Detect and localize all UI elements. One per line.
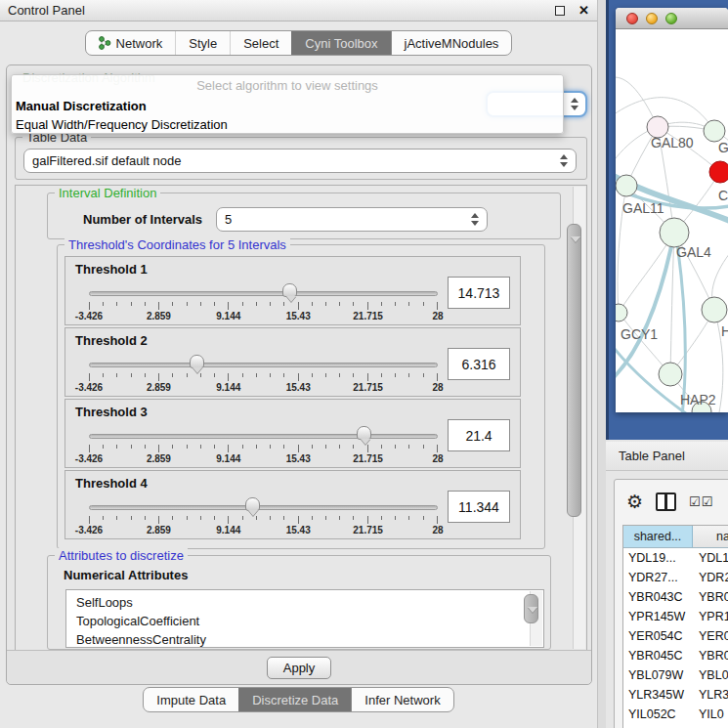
slider-thumb-icon[interactable] [357, 426, 371, 440]
network-node[interactable] [704, 120, 725, 142]
number-of-intervals-combobox[interactable]: 5 [216, 207, 488, 232]
slider-track[interactable] [89, 505, 438, 510]
cell-shared-name[interactable]: YDR27... [623, 568, 693, 587]
table-row[interactable]: YER054CYER0 [623, 626, 728, 646]
tick-mark [381, 302, 382, 306]
tick-mark [145, 373, 146, 377]
threshold-slider[interactable]: -3.4262.8599.14415.4321.71528 [89, 280, 438, 323]
network-node[interactable] [659, 363, 682, 386]
slider-track[interactable] [89, 434, 438, 439]
cell-name[interactable]: YIL0 [693, 705, 728, 724]
tick-mark [131, 302, 132, 306]
cell-shared-name[interactable]: YLR345W [623, 685, 693, 705]
cell-name[interactable]: YBR0 [693, 646, 728, 665]
cell-name[interactable]: YPR1 [693, 607, 728, 626]
cell-shared-name[interactable]: YER054C [623, 626, 693, 646]
network-edge-thick[interactable] [676, 236, 685, 412]
table-row[interactable]: YBR043CYBR0 [623, 587, 728, 607]
attributes-list-scrollbar[interactable] [530, 591, 542, 646]
gear-icon[interactable]: ⚙ [626, 492, 643, 511]
list-item[interactable]: SelfLoops [76, 593, 543, 612]
cell-name[interactable]: YDR2 [693, 568, 728, 587]
threshold-label: Threshold 4 [75, 476, 148, 491]
cell-shared-name[interactable]: YIL052C [623, 705, 693, 724]
tick-mark [270, 516, 271, 520]
table-row[interactable]: YPR145WYPR1 [623, 607, 728, 626]
tab-discretize-data[interactable]: Discretize Data [238, 688, 351, 711]
table-row[interactable]: YIL052CYIL0 [623, 705, 728, 724]
tab-impute-data[interactable]: Impute Data [144, 688, 238, 711]
zoom-traffic-light-icon[interactable] [665, 13, 677, 24]
cell-shared-name[interactable]: YPR145W [623, 607, 693, 626]
column-header-name[interactable]: na [693, 526, 728, 547]
tab-jactivemnodules[interactable]: jActiveMNodules [391, 31, 512, 55]
column-header-shared-name[interactable]: shared... [623, 526, 693, 547]
table-row[interactable]: YDL19...YDL1 [623, 548, 728, 568]
table-row[interactable]: YBR045CYBR0 [623, 646, 728, 665]
threshold-label: Threshold 2 [75, 333, 148, 348]
select-columns-icon[interactable]: ☑☑ [689, 494, 713, 509]
network-node[interactable] [660, 218, 689, 247]
cell-name[interactable]: YDL1 [693, 548, 728, 568]
slider-track[interactable] [89, 291, 438, 296]
tick-mark [131, 373, 132, 377]
tick-mark [158, 373, 159, 381]
scrollbar-thumb[interactable] [524, 594, 538, 623]
threshold-value-field[interactable]: 21.4 [448, 419, 510, 451]
cell-shared-name[interactable]: YDL19... [623, 548, 693, 568]
numerical-attributes-list[interactable]: SelfLoopsTopologicalCoefficientBetweenne… [65, 589, 544, 648]
threshold-slider[interactable]: -3.4262.8599.14415.4321.71528 [89, 423, 438, 466]
network-node[interactable] [709, 161, 728, 183]
slider-track[interactable] [89, 363, 438, 367]
cell-name[interactable]: YLR3 [693, 685, 728, 705]
cell-name[interactable]: YBR0 [693, 587, 728, 607]
slider-thumb-icon[interactable] [282, 283, 297, 297]
tick-mark [367, 302, 368, 310]
cell-shared-name[interactable]: YBL079W [623, 665, 693, 685]
tab-infer-network[interactable]: Infer Network [351, 688, 452, 711]
tab-select[interactable]: Select [230, 31, 291, 55]
network-node[interactable] [702, 297, 727, 322]
table-row[interactable]: YDR27...YDR2 [623, 568, 728, 587]
slider-ticks [89, 516, 438, 524]
table-data-combobox[interactable]: galFiltered.sif default node [23, 149, 577, 173]
tick-mark [187, 302, 188, 306]
threshold-slider[interactable]: -3.4262.8599.14415.4321.71528 [89, 352, 438, 395]
slider-thumb-icon[interactable] [245, 497, 260, 511]
list-item[interactable]: BetweennessCentrality [76, 630, 543, 648]
network-canvas[interactable]: GAL80GACGAL11GAL4GCY1HHAP2 [616, 29, 728, 412]
float-window-icon[interactable] [555, 6, 565, 16]
tab-cyni-toolbox[interactable]: Cyni Toolbox [291, 31, 390, 55]
table-row[interactable]: YLR345WYLR3 [623, 685, 728, 705]
split-view-icon[interactable] [656, 492, 676, 511]
threshold-value-field[interactable]: 6.316 [448, 348, 510, 380]
threshold-value-field[interactable]: 11.344 [448, 491, 510, 523]
tick-mark [298, 302, 299, 310]
algorithm-option-equal-width[interactable]: Equal Width/Frequency Discretization [12, 115, 563, 134]
algorithm-option-manual[interactable]: Manual Discretization [12, 97, 563, 115]
cell-name[interactable]: YBL0 [693, 665, 728, 685]
cell-shared-name[interactable]: YBR045C [623, 646, 693, 665]
close-traffic-light-icon[interactable] [626, 13, 638, 24]
minimize-traffic-light-icon[interactable] [646, 13, 658, 24]
table-row[interactable]: YBL079WYBL0 [623, 665, 728, 685]
tab-network[interactable]: Network [86, 31, 176, 55]
list-item[interactable]: TopologicalCoefficient [76, 612, 543, 630]
tick-label: 9.144 [216, 311, 240, 321]
threshold-value-field[interactable]: 14.713 [448, 277, 510, 309]
tick-mark [158, 445, 159, 452]
close-icon[interactable]: ✕ [578, 6, 589, 16]
tab-style[interactable]: Style [175, 31, 230, 55]
numerical-attributes-header: Numerical Attributes [64, 568, 188, 582]
threshold-slider[interactable]: -3.4262.8599.14415.4321.71528 [89, 494, 438, 537]
cell-name[interactable]: YER0 [693, 626, 728, 646]
network-window[interactable]: GAL80GACGAL11GAL4GCY1HHAP2 [616, 8, 728, 412]
tick-mark [256, 302, 257, 306]
scrollbar-thumb[interactable] [567, 224, 581, 517]
network-node[interactable] [616, 304, 627, 321]
slider-thumb-icon[interactable] [190, 355, 204, 368]
main-panel-scrollbar[interactable] [573, 187, 585, 649]
apply-button[interactable]: Apply [267, 657, 331, 679]
network-node[interactable] [616, 175, 637, 196]
cell-shared-name[interactable]: YBR043C [623, 587, 693, 607]
